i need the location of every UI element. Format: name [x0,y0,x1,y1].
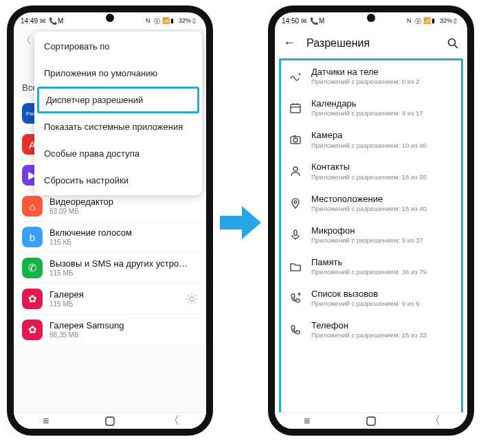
permission-subtitle: Приложений с разрешением: 9 из 9 [311,300,453,308]
step-arrow-icon [219,203,262,242]
permission-subtitle: Приложений с разрешением: 18 из 55 [311,173,453,181]
status-time: 14:50 [282,17,299,25]
nav-back[interactable]: 〈 [429,416,441,426]
svg-rect-15 [294,230,297,236]
nav-recents[interactable]: ≡ [301,416,313,426]
permission-title: Датчики на теле [311,67,453,78]
app-title: Вызовы и SMS на других устро… [49,258,198,269]
location-icon [289,197,302,210]
app-icon: ✿ [22,289,43,309]
permission-row-mic[interactable]: МикрофонПриложений с разрешением: 9 из 3… [281,219,461,251]
permission-subtitle: Приложений с разрешением: 0 из 2 [311,78,453,86]
battery-text: 32% [179,17,191,24]
app-row[interactable]: bВключение голосом115 КБ [14,222,206,253]
permission-subtitle: Приложений с разрешением: 10 из 46 [311,142,453,150]
volte-icon: ⓥ [154,17,161,24]
camera-notch [106,14,114,22]
status-mail-icon: M [58,17,65,24]
wifi-icon: 📶 [423,17,430,24]
permission-row-storage[interactable]: ПамятьПриложений с разрешением: 36 из 79 [281,251,461,282]
menu-item-3[interactable]: Показать системные приложения [34,113,202,140]
permission-row-location[interactable]: МестоположениеПриложений с разрешением: … [281,188,461,219]
menu-item-4[interactable]: Особые права доступа [34,140,202,167]
status-mail-icon: M [319,17,326,24]
app-row[interactable]: ✿Галерея Samsung88,35 МБ [14,315,206,346]
status-msg-icon: ✉ [40,17,47,24]
svg-rect-17 [367,417,375,425]
svg-rect-2 [106,417,114,425]
page-title: Разрешения [306,37,436,49]
app-title: Видеоредактор [49,197,198,208]
svg-point-5 [299,74,301,76]
permissions-header: ← Разрешения [275,29,467,57]
storage-icon [289,260,302,273]
menu-item-1[interactable]: Приложения по умолчанию [34,60,202,87]
calllog-icon [289,292,302,304]
app-size: 63,09 МБ [49,208,198,216]
app-row[interactable]: ⌂Видеоредактор63,09 МБ [14,191,206,222]
permission-subtitle: Приложений с разрешением: 15 из 40 [311,205,453,213]
nav-home[interactable] [104,416,116,426]
contacts-icon [289,165,302,177]
permission-row-calendar[interactable]: КалендарьПриложений с разрешением: 9 из … [281,92,461,124]
mic-icon [289,229,302,241]
status-time: 14:49 [21,17,38,25]
permission-subtitle: Приложений с разрешением: 36 из 79 [311,268,453,276]
menu-item-5[interactable]: Сбросить настройки [34,167,202,194]
back-icon[interactable]: 〈 [22,35,31,45]
status-phone-icon: 📞 [310,17,317,24]
nav-recents[interactable]: ≡ [40,416,52,426]
nfc-icon: N [407,17,414,24]
app-title: Галерея Samsung [49,320,198,331]
status-msg-icon: ✉ [301,17,308,24]
permission-title: Микрофон [311,225,453,236]
menu-item-0[interactable]: Сортировать по [34,33,202,60]
nav-back[interactable]: 〈 [168,416,180,426]
camera-notch [367,14,375,22]
app-title: Галерея [49,289,179,300]
svg-point-14 [294,201,297,203]
permission-row-phone[interactable]: ТелефонПриложений с разрешением: 15 из 3… [281,314,461,346]
menu-item-2[interactable]: Диспетчер разрешений [37,87,199,113]
battery-text: 32% [440,17,452,24]
search-icon[interactable] [447,37,459,49]
permission-subtitle: Приложений с разрешением: 15 из 33 [311,331,453,339]
back-icon[interactable]: ← [283,36,295,50]
nfc-icon: N [146,17,153,24]
overflow-menu: Сортировать поПриложения по умолчаниюДис… [34,32,202,195]
phone-left: 14:49 ✉ 📞 M N ⓥ 📶 ▮ 32% ▯ 〈 Все PassA▶Ви… [7,5,213,436]
permission-title: Контакты [311,161,453,172]
calendar-icon [289,102,302,114]
camera-icon [289,133,302,146]
app-title: Включение голосом [49,227,198,238]
nav-home[interactable] [365,416,377,426]
permission-title: Телефон [311,320,453,331]
volte-icon: ⓥ [415,17,422,24]
permission-title: Память [311,257,453,268]
battery-icon: ▯ [192,17,199,24]
permission-title: Местоположение [311,194,453,205]
nav-bar: ≡ 〈 [14,412,206,429]
permission-row-body[interactable]: Датчики на телеПриложений с разрешением:… [281,60,461,92]
signal-icon: ▮ [432,17,438,24]
app-row[interactable]: ✆Вызовы и SMS на других устро…115 МБ [14,253,206,284]
app-size: 115 МБ [49,269,198,278]
permission-title: Календарь [311,98,453,109]
gear-icon[interactable] [186,293,198,305]
phone-right: 14:50 ✉ 📞 M N ⓥ 📶 ▮ 32% ▯ ← Разрешения Д… [268,5,474,436]
permission-title: Камера [311,130,453,141]
permission-row-contacts[interactable]: КонтактыПриложений с разрешением: 18 из … [281,155,461,187]
body-icon [289,70,302,82]
svg-rect-6 [291,104,300,113]
app-row[interactable]: ✿Галерея115 МБ [14,284,206,315]
app-icon: ✆ [22,258,43,278]
battery-icon: ▯ [454,17,460,24]
permission-row-calllog[interactable]: Список вызововПриложений с разрешением: … [281,282,461,314]
permissions-list-highlight: Датчики на телеПриложений с разрешением:… [279,58,463,412]
phone-icon [289,324,302,336]
app-icon: ⌂ [22,196,43,216]
permission-subtitle: Приложений с разрешением: 9 из 37 [311,236,453,245]
permission-row-camera[interactable]: КамераПриложений с разрешением: 10 из 46 [281,124,461,155]
app-icon: ✿ [22,320,43,340]
svg-rect-12 [293,135,296,137]
